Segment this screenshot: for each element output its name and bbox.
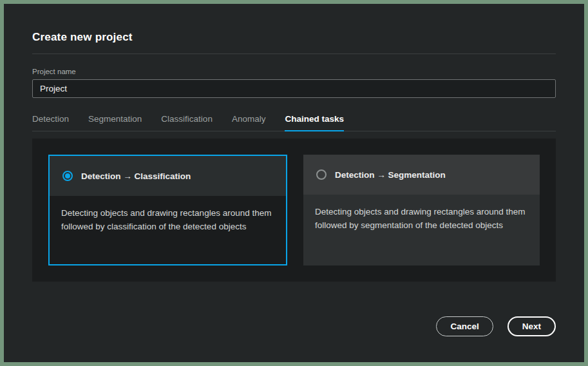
tab-detection[interactable]: Detection — [32, 114, 69, 131]
project-name-input[interactable] — [32, 79, 556, 98]
dialog-footer: Cancel Next — [32, 316, 556, 336]
next-button[interactable]: Next — [507, 316, 556, 336]
project-name-label: Project name — [32, 68, 556, 75]
card-title: Detection → Classification — [81, 171, 191, 181]
tab-segmentation[interactable]: Segmentation — [88, 114, 142, 131]
task-type-tabs: Detection Segmentation Classification An… — [32, 114, 556, 131]
radio-selected-icon[interactable] — [62, 171, 73, 181]
card-header: Detection → Segmentation — [303, 155, 540, 195]
card-header: Detection → Classification — [50, 156, 286, 196]
chained-tasks-panel: Detection → Classification Detecting obj… — [32, 139, 556, 282]
dialog-title: Create new project — [32, 31, 556, 44]
task-card-detection-segmentation[interactable]: Detection → Segmentation Detecting objec… — [303, 155, 540, 265]
title-divider — [32, 53, 556, 54]
card-description: Detecting objects and drawing rectangles… — [303, 195, 540, 233]
tab-anomaly[interactable]: Anomaly — [232, 114, 266, 131]
cancel-button[interactable]: Cancel — [436, 316, 493, 336]
tab-classification[interactable]: Classification — [161, 114, 213, 131]
card-description: Detecting objects and drawing rectangles… — [50, 196, 286, 234]
create-project-dialog: Create new project Project name Detectio… — [4, 4, 584, 362]
tab-chained-tasks[interactable]: Chained tasks — [285, 114, 344, 131]
task-card-detection-classification[interactable]: Detection → Classification Detecting obj… — [48, 155, 287, 265]
card-title: Detection → Segmentation — [335, 170, 446, 180]
radio-unselected-icon[interactable] — [316, 169, 327, 180]
